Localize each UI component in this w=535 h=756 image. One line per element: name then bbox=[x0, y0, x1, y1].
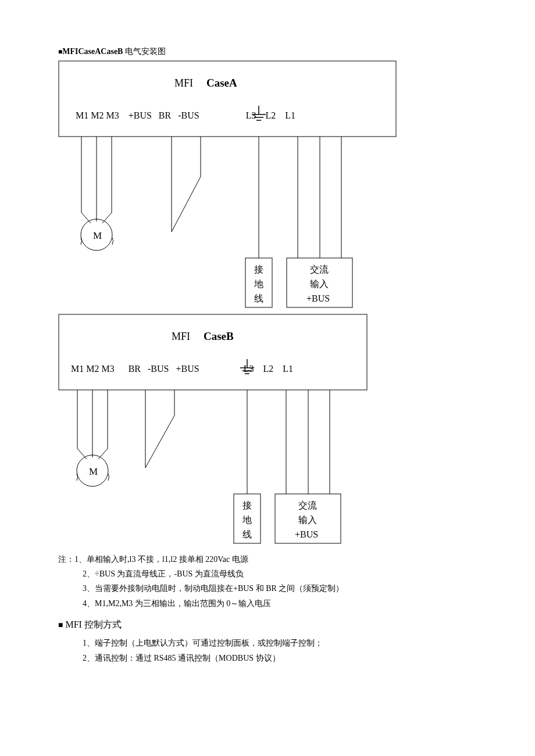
ground-l2-b: 地 bbox=[242, 515, 252, 525]
motor-break-left bbox=[81, 238, 82, 245]
ac-l1-a: 交流 bbox=[310, 264, 329, 274]
ground-l1-a: 接 bbox=[254, 264, 263, 274]
control-2: 2、通讯控制：通过 RS485 通讯控制（MODBUS 协议） bbox=[83, 651, 477, 667]
control-list: 1、端子控制（上电默认方式）可通过控制面板，或控制端子控制； 2、通讯控制：通过… bbox=[58, 636, 477, 667]
ac-wires-b bbox=[286, 390, 330, 494]
ac-l3-b: +BUS bbox=[295, 529, 318, 539]
device-box-a bbox=[59, 61, 396, 137]
bus-loop-b bbox=[145, 390, 174, 468]
note-1: 注：1、单相输入时,l3 不接，l1,l2 接单相 220Vac 电源 bbox=[58, 552, 477, 567]
svg-line-22 bbox=[77, 449, 87, 459]
heading-bold: MFICaseACaseB bbox=[62, 47, 123, 56]
terminals-b: M1 M2 M3 BR -BUS +BUS L3 L2 L1 bbox=[71, 364, 293, 374]
svg-line-8 bbox=[102, 213, 112, 223]
ac-wires-a bbox=[298, 137, 341, 258]
control-1: 1、端子控制（上电默认方式）可通过控制面板，或控制端子控制； bbox=[83, 636, 477, 651]
ground-l3-a: 线 bbox=[254, 293, 263, 303]
motor-break-right-b bbox=[108, 474, 109, 481]
notes-block: 注：1、单相输入时,l3 不接，l1,l2 接单相 220Vac 电源 2、÷B… bbox=[58, 552, 477, 611]
section-control-heading: ■ MFI 控制方式 bbox=[58, 619, 477, 631]
ac-l1-b: 交流 bbox=[298, 500, 317, 510]
title-mfi-b: MFI bbox=[172, 331, 190, 342]
title-case-a: CaseA bbox=[206, 77, 237, 89]
section-title: MFI 控制方式 bbox=[63, 619, 121, 629]
device-box-b bbox=[59, 314, 367, 390]
svg-line-23 bbox=[98, 449, 108, 459]
terminals-a: M1 M2 M3 +BUS BR -BUS L3 L2 L1 bbox=[76, 110, 295, 120]
motor-break-right bbox=[112, 238, 113, 245]
ground-l2-a: 地 bbox=[254, 279, 263, 289]
diagram-case-b: MFI CaseB M1 M2 M3 BR -BUS +BUS L3 L2 L1… bbox=[58, 314, 477, 546]
heading-cn: 电气安装图 bbox=[125, 47, 166, 56]
ac-l2-a: 输入 bbox=[310, 279, 329, 289]
ac-l2-b: 输入 bbox=[298, 515, 317, 525]
bus-loop-a bbox=[172, 137, 201, 232]
motor-wires-b bbox=[77, 390, 108, 459]
motor-label-b: M bbox=[89, 466, 98, 477]
title-case-b: CaseB bbox=[204, 330, 234, 342]
ground-l1-b: 接 bbox=[242, 500, 252, 510]
motor-label-a: M bbox=[93, 230, 102, 241]
svg-line-11 bbox=[172, 177, 201, 232]
motor-break-left-b bbox=[77, 474, 78, 481]
ground-l3-b: 线 bbox=[242, 529, 252, 539]
page-heading: ■MFICaseACaseB 电气安装图 bbox=[58, 46, 477, 57]
ac-l3-a: +BUS bbox=[306, 293, 330, 303]
svg-line-7 bbox=[81, 213, 91, 223]
note-4: 4、M1,M2,M3 为三相输出，输出范围为 0～输入电压 bbox=[58, 596, 477, 611]
note-2: 2、÷BUS 为直流母线正，-BUS 为直流母线负 bbox=[58, 567, 477, 581]
diagram-case-a: MFI CaseA M1 M2 M3 +BUS BR -BUS L3 L2 L1… bbox=[58, 60, 477, 310]
svg-line-26 bbox=[145, 415, 174, 468]
note-3: 3、当需要外接制动电阻时，制动电阻接在+BUS 和 BR 之间（须预定制） bbox=[58, 581, 477, 596]
title-mfi-a: MFI bbox=[174, 77, 193, 89]
motor-wires-a bbox=[81, 137, 112, 223]
